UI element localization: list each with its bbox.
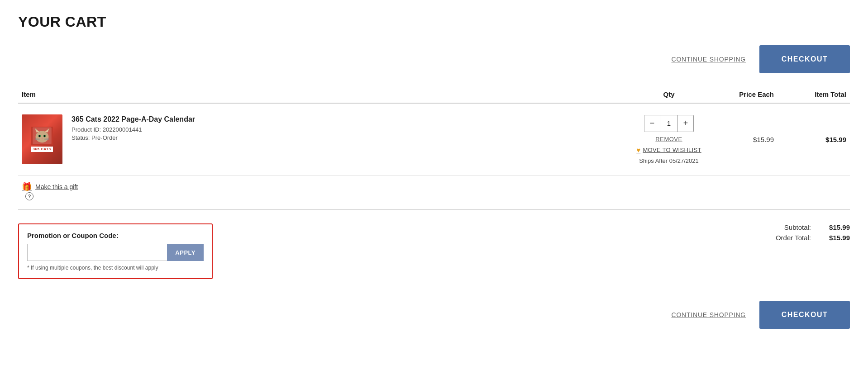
coupon-label: Promotion or Coupon Code: xyxy=(27,232,204,239)
header-price-each: Price Each xyxy=(705,86,777,103)
cart-item-row: 365 CATS 365 Cats 2022 Page-A-Day Calend… xyxy=(18,103,850,176)
qty-cell: − 1 + REMOVE ♥ MOVE TO WISHLIST Ships Af… xyxy=(633,103,705,176)
item-cell: 365 CATS 365 Cats 2022 Page-A-Day Calend… xyxy=(18,103,633,176)
page-title: YOUR CART xyxy=(18,14,850,30)
gift-cell: 🎁 Make this a gift ? xyxy=(18,176,850,210)
product-image: 365 CATS xyxy=(22,114,62,164)
move-to-wishlist-button[interactable]: ♥ MOVE TO WISHLIST xyxy=(636,146,701,154)
make-gift-label: Make this a gift xyxy=(35,183,78,190)
apply-coupon-button[interactable]: APPLY xyxy=(167,244,204,261)
top-actions-bar: CONTINUE SHOPPING CHECKOUT xyxy=(18,45,850,73)
make-gift-button[interactable]: 🎁 Make this a gift xyxy=(22,182,78,192)
heart-icon: ♥ xyxy=(636,146,640,154)
gift-icon: 🎁 xyxy=(22,182,32,192)
coupon-input[interactable] xyxy=(27,244,167,261)
order-total-label: Order Total: xyxy=(776,234,811,242)
header-item-total: Item Total xyxy=(777,86,850,103)
item-total-cell: $15.99 xyxy=(777,103,850,176)
coupon-input-row: APPLY xyxy=(27,244,204,261)
table-header-row: Item Qty Price Each Item Total xyxy=(18,86,850,103)
continue-shopping-button-bottom[interactable]: CONTINUE SHOPPING xyxy=(667,303,750,327)
price-each-cell: $15.99 xyxy=(705,103,777,176)
item-cell-inner: 365 CATS 365 Cats 2022 Page-A-Day Calend… xyxy=(22,114,629,164)
checkout-button-bottom[interactable]: CHECKOUT xyxy=(759,301,850,329)
title-divider xyxy=(18,36,850,36)
cart-table: Item Qty Price Each Item Total xyxy=(18,86,850,210)
subtotal-value: $15.99 xyxy=(818,223,850,231)
gift-row: 🎁 Make this a gift ? xyxy=(18,176,850,210)
header-qty: Qty xyxy=(633,86,705,103)
subtotal-row: Subtotal: $15.99 xyxy=(705,223,850,231)
order-total-value: $15.99 xyxy=(818,234,850,242)
qty-increase-button[interactable]: + xyxy=(678,115,693,132)
qty-wrapper: − 1 + REMOVE ♥ MOVE TO WISHLIST Ships Af… xyxy=(636,115,701,164)
qty-value: 1 xyxy=(660,115,678,132)
remove-button[interactable]: REMOVE xyxy=(655,136,682,142)
coupon-box: Promotion or Coupon Code: APPLY * If usi… xyxy=(18,223,213,279)
qty-stepper: − 1 + xyxy=(644,115,694,132)
bottom-actions-bar: CONTINUE SHOPPING CHECKOUT xyxy=(18,301,850,329)
subtotal-label: Subtotal: xyxy=(784,223,811,231)
help-icon[interactable]: ? xyxy=(25,192,33,200)
header-item: Item xyxy=(18,86,633,103)
coupon-note: * If using multiple coupons, the best di… xyxy=(27,265,204,271)
checkout-button-top[interactable]: CHECKOUT xyxy=(759,45,850,73)
qty-decrease-button[interactable]: − xyxy=(644,115,660,132)
product-status: Status: Pre-Order xyxy=(72,134,195,141)
cat-illustration xyxy=(31,127,53,145)
order-total-row: Order Total: $15.99 xyxy=(705,234,850,242)
totals-section: Subtotal: $15.99 Order Total: $15.99 xyxy=(705,223,850,244)
bottom-section: Promotion or Coupon Code: APPLY * If usi… xyxy=(18,223,850,288)
ships-after-text: Ships After 05/27/2021 xyxy=(639,157,699,164)
product-details: 365 Cats 2022 Page-A-Day Calendar Produc… xyxy=(72,114,195,141)
product-name: 365 Cats 2022 Page-A-Day Calendar xyxy=(72,115,195,123)
svg-point-9 xyxy=(39,135,40,137)
product-id: Product ID: 202200001441 xyxy=(72,126,195,133)
continue-shopping-button-top[interactable]: CONTINUE SHOPPING xyxy=(667,47,750,71)
svg-point-2 xyxy=(36,131,49,142)
svg-point-10 xyxy=(44,135,45,137)
